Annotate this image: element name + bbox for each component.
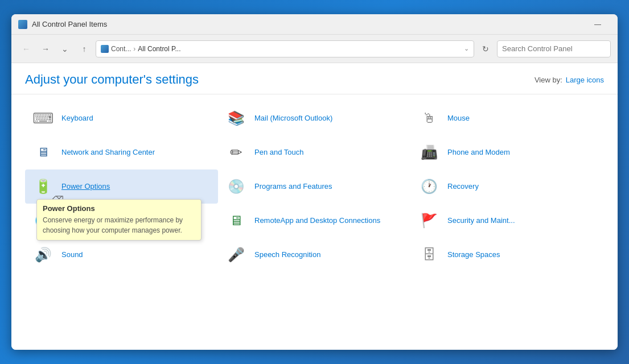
storage-icon <box>418 243 441 266</box>
sound-icon <box>32 243 55 266</box>
item-label: RemoteApp and Desktop Connections <box>254 216 380 226</box>
speech-icon <box>225 243 248 266</box>
content-area: Adjust your computer's settings View by:… <box>11 63 618 350</box>
tooltip-title: Power Options <box>43 204 195 213</box>
address-box[interactable]: Cont... › All Control P... ⌄ <box>96 40 474 57</box>
list-item[interactable]: RemoteApp and Desktop Connections <box>218 204 411 238</box>
item-label: Speech Recognition <box>254 250 320 260</box>
list-item[interactable]: Speech Recognition <box>218 238 411 272</box>
view-by-control: View by: Large icons <box>535 76 604 84</box>
item-label: Security and Maint... <box>447 216 515 226</box>
breadcrumb-cont: Cont... <box>111 45 131 53</box>
back-button[interactable]: ← <box>18 41 34 57</box>
power-options-item[interactable]: Power Options ⌫ Power Options Conserve e… <box>25 169 218 204</box>
list-item[interactable]: Mouse <box>411 101 604 135</box>
list-item[interactable]: Programs and Features <box>218 169 411 204</box>
search-input[interactable] <box>497 40 611 57</box>
items-grid: Keyboard Mail (Microsoft Outlook) Mouse … <box>11 94 618 279</box>
recovery-icon <box>418 175 441 198</box>
window-icon <box>18 20 27 29</box>
window-title: All Control Panel Items <box>32 20 585 28</box>
address-dropdown-icon[interactable]: ⌄ <box>464 45 469 52</box>
security-icon <box>418 209 441 232</box>
tooltip-desc: Conserve energy or maximize performance … <box>43 215 195 235</box>
item-label: Pen and Touch <box>254 148 304 158</box>
list-item[interactable]: Mail (Microsoft Outlook) <box>218 101 411 135</box>
programs-icon <box>225 175 248 198</box>
mail-icon <box>225 107 248 130</box>
item-label: Recovery <box>447 182 479 192</box>
phone-icon <box>418 141 441 164</box>
list-item[interactable]: Phone and Modem <box>411 135 604 169</box>
address-icon <box>101 45 109 53</box>
power-options-label: Power Options <box>61 182 110 192</box>
list-item[interactable]: Security and Maint... <box>411 204 604 238</box>
item-label: Network and Sharing Center <box>61 148 155 158</box>
minimize-button[interactable]: — <box>585 16 611 33</box>
breadcrumb-all: All Control P... <box>138 45 180 53</box>
page-title: Adjust your computer's settings <box>25 72 199 87</box>
remoteapp-icon <box>225 209 248 232</box>
address-bar: ← → ⌄ ↑ Cont... › All Control P... ⌄ ↻ <box>11 35 618 63</box>
pen-icon <box>225 141 248 164</box>
list-item[interactable]: Recovery <box>411 169 604 204</box>
list-item[interactable]: Network and Sharing Center <box>25 135 218 169</box>
item-label: Storage Spaces <box>447 250 500 260</box>
forward-button[interactable]: → <box>38 41 54 57</box>
item-label: Phone and Modem <box>447 148 510 158</box>
recent-button[interactable]: ⌄ <box>57 41 73 57</box>
title-bar-controls: — <box>585 16 611 33</box>
item-label: Programs and Features <box>254 182 332 192</box>
viewby-label: View by: <box>535 76 562 84</box>
list-item[interactable]: Sound <box>25 238 218 272</box>
refresh-button[interactable]: ↻ <box>478 41 494 57</box>
keyboard-icon <box>32 107 55 130</box>
item-label: Sound <box>61 250 83 260</box>
item-label: Mouse <box>447 114 470 123</box>
power-icon <box>32 175 55 198</box>
power-options-tooltip: Power Options Conserve energy or maximiz… <box>36 199 202 241</box>
main-window: All Control Panel Items — ← → ⌄ ↑ Cont..… <box>11 14 618 350</box>
up-button[interactable]: ↑ <box>76 41 92 57</box>
list-item[interactable]: Storage Spaces <box>411 238 604 272</box>
content-header: Adjust your computer's settings View by:… <box>11 63 618 94</box>
title-bar: All Control Panel Items — <box>11 14 618 35</box>
mouse-icon <box>418 107 441 130</box>
item-label: Keyboard <box>61 114 93 123</box>
list-item[interactable]: Pen and Touch <box>218 135 411 169</box>
list-item[interactable]: Keyboard <box>25 101 218 135</box>
item-label: Mail (Microsoft Outlook) <box>254 114 332 123</box>
viewby-value[interactable]: Large icons <box>566 76 604 84</box>
network-icon <box>32 141 55 164</box>
